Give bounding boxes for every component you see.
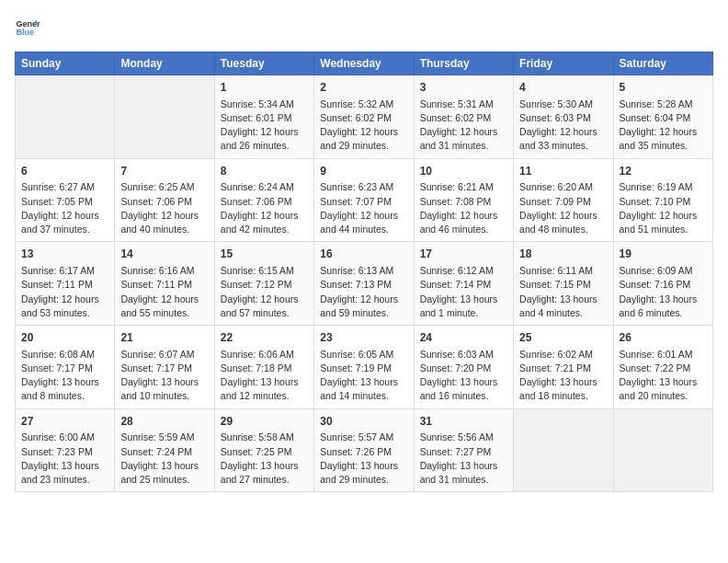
calendar-cell: 16Sunrise: 6:13 AM Sunset: 7:13 PM Dayli… — [314, 242, 414, 326]
day-number: 30 — [320, 414, 407, 430]
day-info: Sunrise: 6:03 AM Sunset: 7:20 PM Dayligh… — [420, 348, 507, 404]
day-number: 16 — [320, 247, 407, 262]
day-info: Sunrise: 6:17 AM Sunset: 7:11 PM Dayligh… — [21, 264, 108, 320]
day-info: Sunrise: 6:13 AM Sunset: 7:13 PM Dayligh… — [320, 264, 407, 320]
day-number: 11 — [519, 164, 607, 179]
calendar-cell: 9Sunrise: 6:23 AM Sunset: 7:07 PM Daylig… — [314, 158, 414, 242]
svg-text:General: General — [16, 19, 40, 29]
svg-text:Blue: Blue — [16, 28, 34, 37]
week-row-4: 20Sunrise: 6:08 AM Sunset: 7:17 PM Dayli… — [16, 326, 713, 409]
day-info: Sunrise: 5:58 AM Sunset: 7:25 PM Dayligh… — [221, 431, 308, 487]
calendar-cell: 27Sunrise: 6:00 AM Sunset: 7:23 PM Dayli… — [16, 408, 115, 492]
day-number: 23 — [320, 330, 407, 346]
calendar-cell — [514, 408, 613, 492]
calendar-cell: 15Sunrise: 6:15 AM Sunset: 7:12 PM Dayli… — [214, 242, 313, 326]
day-info: Sunrise: 5:28 AM Sunset: 6:04 PM Dayligh… — [620, 98, 707, 154]
week-row-5: 27Sunrise: 6:00 AM Sunset: 7:23 PM Dayli… — [16, 408, 713, 492]
day-info: Sunrise: 5:32 AM Sunset: 6:02 PM Dayligh… — [320, 98, 407, 154]
day-info: Sunrise: 6:12 AM Sunset: 7:14 PM Dayligh… — [420, 264, 507, 320]
day-number: 9 — [320, 164, 407, 179]
day-number: 20 — [21, 330, 108, 346]
week-row-2: 6Sunrise: 6:27 AM Sunset: 7:05 PM Daylig… — [16, 158, 713, 242]
calendar-cell: 18Sunrise: 6:11 AM Sunset: 7:15 PM Dayli… — [514, 242, 613, 326]
day-number: 3 — [420, 80, 507, 96]
day-number: 2 — [320, 80, 407, 96]
day-number: 6 — [21, 164, 108, 179]
day-info: Sunrise: 5:34 AM Sunset: 6:01 PM Dayligh… — [221, 98, 308, 154]
day-info: Sunrise: 6:21 AM Sunset: 7:08 PM Dayligh… — [420, 180, 507, 236]
day-number: 27 — [21, 414, 108, 430]
day-number: 12 — [620, 164, 707, 179]
day-info: Sunrise: 6:11 AM Sunset: 7:15 PM Dayligh… — [519, 264, 607, 320]
day-info: Sunrise: 6:20 AM Sunset: 7:09 PM Dayligh… — [519, 180, 607, 236]
day-number: 18 — [519, 247, 607, 262]
day-number: 7 — [120, 164, 208, 179]
day-info: Sunrise: 5:31 AM Sunset: 6:02 PM Dayligh… — [420, 98, 507, 154]
logo: General Blue — [15, 15, 44, 40]
weekday-header-tuesday: Tuesday — [214, 52, 313, 75]
calendar-cell: 3Sunrise: 5:31 AM Sunset: 6:02 PM Daylig… — [414, 75, 513, 159]
calendar-cell — [613, 408, 712, 492]
calendar-cell: 23Sunrise: 6:05 AM Sunset: 7:19 PM Dayli… — [314, 326, 414, 409]
day-number: 28 — [120, 414, 208, 430]
day-number: 4 — [519, 80, 607, 96]
day-info: Sunrise: 6:15 AM Sunset: 7:12 PM Dayligh… — [221, 264, 308, 320]
calendar-cell: 19Sunrise: 6:09 AM Sunset: 7:16 PM Dayli… — [613, 242, 712, 326]
day-info: Sunrise: 5:56 AM Sunset: 7:27 PM Dayligh… — [420, 431, 507, 487]
calendar-cell: 30Sunrise: 5:57 AM Sunset: 7:26 PM Dayli… — [314, 408, 414, 492]
calendar-cell: 24Sunrise: 6:03 AM Sunset: 7:20 PM Dayli… — [414, 326, 513, 409]
calendar-cell: 31Sunrise: 5:56 AM Sunset: 7:27 PM Dayli… — [414, 408, 513, 492]
calendar-cell — [16, 75, 115, 159]
day-info: Sunrise: 6:19 AM Sunset: 7:10 PM Dayligh… — [620, 180, 707, 236]
calendar-cell: 2Sunrise: 5:32 AM Sunset: 6:02 PM Daylig… — [314, 75, 414, 159]
day-number: 26 — [620, 330, 707, 346]
day-number: 14 — [120, 247, 208, 262]
calendar-table: SundayMondayTuesdayWednesdayThursdayFrid… — [15, 52, 713, 492]
calendar-cell: 22Sunrise: 6:06 AM Sunset: 7:18 PM Dayli… — [214, 326, 313, 409]
day-number: 13 — [21, 247, 108, 262]
day-info: Sunrise: 6:16 AM Sunset: 7:11 PM Dayligh… — [120, 264, 208, 320]
day-info: Sunrise: 6:05 AM Sunset: 7:19 PM Dayligh… — [320, 348, 407, 404]
weekday-header-sunday: Sunday — [16, 52, 115, 75]
day-info: Sunrise: 6:25 AM Sunset: 7:06 PM Dayligh… — [120, 180, 208, 236]
calendar-cell: 12Sunrise: 6:19 AM Sunset: 7:10 PM Dayli… — [613, 158, 712, 242]
day-info: Sunrise: 5:30 AM Sunset: 6:03 PM Dayligh… — [519, 98, 607, 154]
day-number: 24 — [420, 330, 507, 346]
day-number: 10 — [420, 164, 507, 179]
calendar-cell: 4Sunrise: 5:30 AM Sunset: 6:03 PM Daylig… — [514, 75, 613, 159]
day-info: Sunrise: 5:59 AM Sunset: 7:24 PM Dayligh… — [120, 431, 208, 487]
calendar-body: 1Sunrise: 5:34 AM Sunset: 6:01 PM Daylig… — [16, 75, 713, 492]
week-row-1: 1Sunrise: 5:34 AM Sunset: 6:01 PM Daylig… — [16, 75, 713, 159]
calendar-cell: 26Sunrise: 6:01 AM Sunset: 7:22 PM Dayli… — [613, 326, 712, 409]
day-number: 17 — [420, 247, 507, 262]
day-info: Sunrise: 6:02 AM Sunset: 7:21 PM Dayligh… — [519, 348, 607, 404]
day-number: 31 — [420, 414, 507, 430]
calendar-cell: 5Sunrise: 5:28 AM Sunset: 6:04 PM Daylig… — [613, 75, 712, 159]
calendar-cell: 20Sunrise: 6:08 AM Sunset: 7:17 PM Dayli… — [16, 326, 115, 409]
weekday-header-monday: Monday — [115, 52, 214, 75]
calendar-cell: 28Sunrise: 5:59 AM Sunset: 7:24 PM Dayli… — [115, 408, 214, 492]
day-number: 19 — [620, 247, 707, 262]
calendar-cell: 11Sunrise: 6:20 AM Sunset: 7:09 PM Dayli… — [514, 158, 613, 242]
calendar-cell: 21Sunrise: 6:07 AM Sunset: 7:17 PM Dayli… — [115, 326, 214, 409]
day-info: Sunrise: 6:06 AM Sunset: 7:18 PM Dayligh… — [221, 348, 308, 404]
day-info: Sunrise: 6:24 AM Sunset: 7:06 PM Dayligh… — [221, 180, 308, 236]
weekday-header-wednesday: Wednesday — [314, 52, 414, 75]
page-header: General Blue — [15, 15, 713, 40]
calendar-cell: 8Sunrise: 6:24 AM Sunset: 7:06 PM Daylig… — [214, 158, 313, 242]
day-info: Sunrise: 6:23 AM Sunset: 7:07 PM Dayligh… — [320, 180, 407, 236]
day-number: 15 — [221, 247, 308, 262]
weekday-header-thursday: Thursday — [414, 52, 513, 75]
day-info: Sunrise: 6:08 AM Sunset: 7:17 PM Dayligh… — [21, 348, 108, 404]
weekday-header-friday: Friday — [514, 52, 613, 75]
day-info: Sunrise: 6:07 AM Sunset: 7:17 PM Dayligh… — [120, 348, 208, 404]
calendar-cell: 10Sunrise: 6:21 AM Sunset: 7:08 PM Dayli… — [414, 158, 513, 242]
day-info: Sunrise: 6:01 AM Sunset: 7:22 PM Dayligh… — [620, 348, 707, 404]
calendar-header-row: SundayMondayTuesdayWednesdayThursdayFrid… — [16, 52, 713, 75]
calendar-cell: 29Sunrise: 5:58 AM Sunset: 7:25 PM Dayli… — [214, 408, 313, 492]
day-number: 1 — [221, 80, 308, 96]
calendar-cell: 7Sunrise: 6:25 AM Sunset: 7:06 PM Daylig… — [115, 158, 214, 242]
day-info: Sunrise: 6:09 AM Sunset: 7:16 PM Dayligh… — [620, 264, 707, 320]
day-number: 5 — [620, 80, 707, 96]
day-number: 25 — [519, 330, 607, 346]
